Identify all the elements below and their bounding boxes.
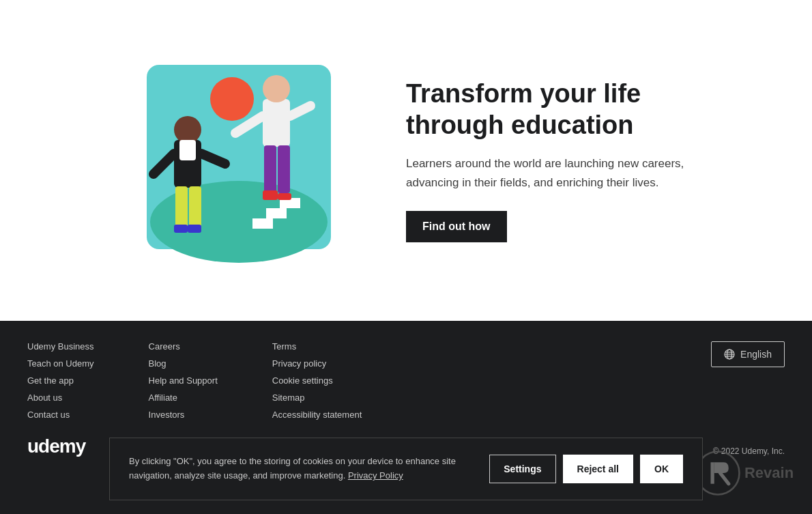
footer-link-about-us[interactable]: About us	[27, 392, 94, 403]
language-button[interactable]: English	[711, 341, 785, 367]
ok-button[interactable]: OK	[640, 455, 683, 483]
svg-point-7	[174, 116, 201, 143]
udemy-logo: udemy	[27, 433, 87, 458]
footer-links: Udemy Business Teach on Udemy Get the ap…	[27, 341, 785, 420]
svg-text:udemy: udemy	[27, 436, 87, 457]
svg-rect-9	[189, 186, 201, 227]
language-label: English	[740, 349, 772, 360]
hero-illustration	[119, 44, 365, 276]
footer-link-cookie-settings[interactable]: Cookie settings	[272, 375, 362, 386]
svg-rect-14	[179, 140, 196, 160]
hero-description: Learners around the world are launching …	[406, 154, 693, 191]
svg-rect-4	[266, 208, 287, 218]
footer-col-3: Terms Privacy policy Cookie settings Sit…	[272, 341, 362, 420]
svg-rect-15	[263, 99, 290, 147]
footer-link-get-the-app[interactable]: Get the app	[27, 375, 94, 386]
svg-rect-10	[174, 225, 188, 233]
svg-rect-18	[278, 145, 290, 193]
svg-rect-3	[252, 218, 273, 229]
footer-col-2: Careers Blog Help and Support Affiliate …	[149, 341, 218, 420]
cookie-actions: Settings Reject all OK	[489, 455, 683, 483]
footer-link-contact-us[interactable]: Contact us	[27, 410, 94, 420]
svg-point-1	[210, 77, 254, 121]
svg-rect-30	[710, 462, 714, 484]
footer-link-investors[interactable]: Investors	[149, 410, 218, 420]
svg-rect-19	[263, 190, 278, 200]
cookie-settings-button[interactable]: Settings	[489, 455, 555, 483]
footer-link-udemy-business[interactable]: Udemy Business	[27, 341, 94, 352]
globe-icon	[724, 349, 735, 360]
hero-section: Transform your life through education Le…	[0, 0, 812, 321]
footer-link-terms[interactable]: Terms	[272, 341, 362, 352]
footer-link-accessibility-statement[interactable]: Accessibility statement	[272, 410, 362, 420]
hero-content: Transform your life through education Le…	[406, 78, 693, 242]
revain-text: Revain	[744, 464, 794, 482]
footer-col-1: Udemy Business Teach on Udemy Get the ap…	[27, 341, 94, 420]
svg-rect-8	[175, 186, 188, 227]
svg-rect-20	[278, 193, 291, 200]
hero-title: Transform your life through education	[406, 78, 693, 141]
footer-link-teach-on-udemy[interactable]: Teach on Udemy	[27, 358, 94, 369]
svg-rect-11	[188, 225, 201, 233]
find-out-how-button[interactable]: Find out how	[406, 211, 507, 242]
reject-all-button[interactable]: Reject all	[563, 455, 633, 483]
footer-link-careers[interactable]: Careers	[149, 341, 218, 352]
footer-link-sitemap[interactable]: Sitemap	[272, 392, 362, 403]
footer-link-privacy-policy[interactable]: Privacy policy	[272, 358, 362, 369]
svg-point-16	[263, 75, 290, 102]
privacy-policy-link[interactable]: Privacy Policy	[348, 470, 403, 481]
footer-link-affiliate[interactable]: Affiliate	[149, 392, 218, 403]
cookie-banner: By clicking "OK", you agree to the stori…	[109, 438, 703, 500]
svg-line-31	[720, 473, 728, 484]
cookie-text: By clicking "OK", you agree to the stori…	[129, 455, 469, 483]
footer-link-help-and-support[interactable]: Help and Support	[149, 375, 218, 386]
footer-link-blog[interactable]: Blog	[149, 358, 218, 369]
svg-rect-17	[264, 145, 276, 193]
